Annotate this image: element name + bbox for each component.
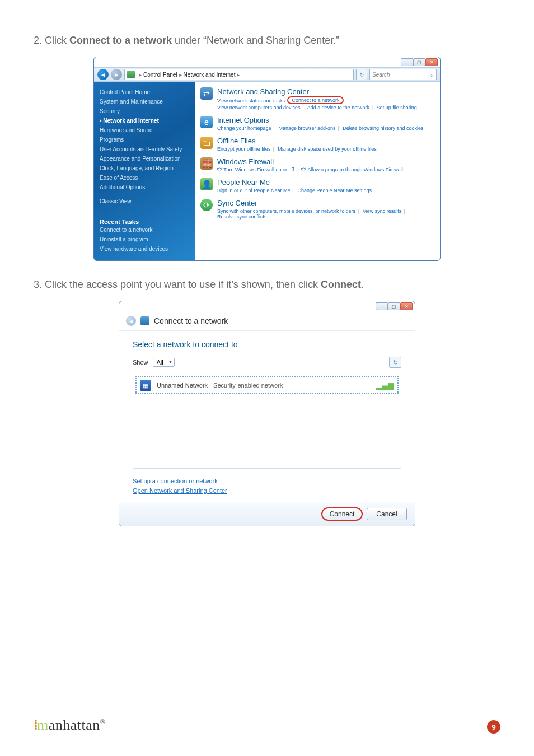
close-button[interactable]: ✕ — [400, 302, 413, 310]
cat-firewall-title[interactable]: Windows Firewall — [217, 157, 403, 166]
cat-sync-title[interactable]: Sync Center — [217, 199, 407, 207]
internet-options-icon: e — [200, 116, 213, 128]
network-description: Security-enabled network — [213, 382, 371, 389]
forward-button[interactable]: ► — [111, 69, 122, 80]
link-fw-allow[interactable]: 🛡 Allow a program through Windows Firewa… — [301, 167, 403, 172]
show-select[interactable]: All — [153, 358, 175, 367]
link-file-sharing[interactable]: Set up file sharing — [377, 105, 417, 110]
back-icon[interactable]: ◄ — [126, 316, 136, 326]
network-icon — [127, 71, 135, 78]
network-row-selected[interactable]: ▦ Unnamed Network Security-enabled netwo… — [135, 376, 399, 394]
address-row: ◄ ► ▸ Control Panel ▸ Network and Intern… — [94, 67, 440, 82]
link-view-computers[interactable]: View network computers and devices — [217, 105, 300, 110]
link-diskspace[interactable]: Manage disk space used by your offline f… — [278, 146, 376, 152]
cat-internet-title[interactable]: Internet Options — [217, 116, 423, 124]
step-3-text: 3. Click the access point you want to us… — [34, 278, 500, 292]
link-homepage[interactable]: Change your homepage — [217, 125, 271, 131]
maximize-button[interactable]: ▢ — [388, 302, 400, 310]
dialog-header: ◄ Connect to a network — [119, 311, 415, 331]
sidebar-item-security[interactable]: Security — [100, 106, 190, 116]
minimize-button[interactable]: — — [376, 302, 388, 310]
page-footer: ⁞manhattan® 9 — [34, 716, 500, 734]
breadcrumb-root[interactable]: Control Panel — [143, 72, 177, 78]
network-icon — [140, 316, 149, 325]
minimize-button[interactable]: — — [401, 58, 413, 66]
refresh-button[interactable]: ↻ — [389, 357, 401, 368]
maximize-button[interactable]: ▢ — [413, 58, 425, 66]
dialog-titlebar: — ▢ ✕ — [119, 301, 415, 311]
connect-network-window: — ▢ ✕ ◄ Connect to a network Select a ne… — [119, 301, 415, 526]
cat-network-title[interactable]: Network and Sharing Center — [217, 87, 417, 96]
refresh-button[interactable]: ↻ — [356, 69, 367, 80]
link-delete-history[interactable]: Delete browsing history and cookies — [343, 125, 423, 131]
signal-icon: ▂▄▆ — [376, 381, 394, 390]
dialog-subtitle: Select a network to connect to — [133, 340, 401, 349]
show-label: Show — [133, 359, 148, 366]
link-sync-devices[interactable]: Sync with other computers, mobile device… — [217, 208, 355, 214]
network-name: Unnamed Network — [157, 382, 208, 389]
dialog-footer: Connect Cancel — [119, 502, 415, 526]
main-content: ⇄ Network and Sharing Center View networ… — [195, 82, 440, 260]
recent-uninstall[interactable]: Uninstall a program — [100, 235, 190, 244]
sync-center-icon: ⟳ — [200, 199, 213, 211]
search-icon: ⌕ — [430, 72, 434, 78]
network-sharing-icon: ⇄ — [200, 87, 213, 100]
brand-logo: ⁞manhattan® — [34, 716, 105, 734]
link-addons[interactable]: Manage browser add-ons — [278, 125, 335, 131]
sidebar-item-home[interactable]: Control Panel Home — [100, 87, 190, 97]
sidebar-item-system[interactable]: System and Maintenance — [100, 97, 190, 106]
window-titlebar: — ▢ ✕ — [94, 57, 440, 67]
link-ppl-settings[interactable]: Change People Near Me settings — [297, 188, 372, 193]
control-panel-window: — ▢ ✕ ◄ ► ▸ Control Panel ▸ Network and … — [93, 57, 441, 261]
link-open-sharing-center[interactable]: Open Network and Sharing Center — [133, 486, 401, 496]
offline-files-icon: 🗀 — [200, 137, 213, 149]
sidebar-item-hardware[interactable]: Hardware and Sound — [100, 125, 190, 135]
network-type-icon: ▦ — [140, 380, 151, 391]
step-2-text: 2. Click Connect to a network under “Net… — [34, 34, 500, 48]
firewall-icon: 🧱 — [200, 157, 213, 170]
sidebar-item-network[interactable]: Network and Internet — [100, 116, 190, 125]
sidebar-item-users[interactable]: User Accounts and Family Safety — [100, 144, 190, 154]
sidebar-item-clock[interactable]: Clock, Language, and Region — [100, 164, 190, 173]
address-bar[interactable]: ▸ Control Panel ▸ Network and Internet ▸ — [124, 69, 354, 80]
cancel-button[interactable]: Cancel — [367, 508, 407, 520]
back-button[interactable]: ◄ — [97, 69, 109, 80]
recent-hardware[interactable]: View hardware and devices — [100, 244, 190, 254]
link-add-device[interactable]: Add a device to the network — [307, 105, 369, 110]
recent-tasks-heading: Recent Tasks — [100, 218, 190, 225]
recent-connect[interactable]: Connect to a network — [100, 225, 190, 235]
people-near-me-icon: 👤 — [200, 178, 213, 190]
link-setup-connection[interactable]: Set up a connection or network — [133, 477, 401, 486]
sidebar-item-classic[interactable]: Classic View — [100, 197, 190, 206]
close-button[interactable]: ✕ — [425, 58, 438, 66]
sidebar: Control Panel Home System and Maintenanc… — [94, 82, 195, 260]
sidebar-item-ease[interactable]: Ease of Access — [100, 173, 190, 183]
link-fw-toggle[interactable]: 🛡 Turn Windows Firewall on or off — [217, 167, 294, 172]
highlight-connect-network[interactable]: Connect to a network — [287, 96, 344, 104]
link-view-status[interactable]: View network status and tasks — [217, 98, 285, 104]
cat-offline-title[interactable]: Offline Files — [217, 137, 377, 145]
network-list: ▦ Unnamed Network Security-enabled netwo… — [133, 374, 401, 469]
breadcrumb-sub[interactable]: Network and Internet — [184, 72, 236, 78]
search-input[interactable]: Search⌕ — [369, 69, 437, 80]
page-number: 9 — [487, 720, 500, 734]
cat-people-title[interactable]: People Near Me — [217, 178, 372, 186]
link-ppl-sign[interactable]: Sign in or out of People Near Me — [217, 188, 291, 193]
link-sync-results[interactable]: View sync results — [363, 208, 401, 214]
sidebar-item-programs[interactable]: Programs — [100, 135, 190, 144]
sidebar-item-appearance[interactable]: Appearance and Personalization — [100, 154, 190, 164]
link-sync-conflicts[interactable]: Resolve sync conflicts — [217, 214, 267, 220]
sidebar-item-additional[interactable]: Additional Options — [100, 183, 190, 192]
connect-button[interactable]: Connect — [322, 508, 362, 520]
link-encrypt[interactable]: Encrypt your offline files — [217, 146, 270, 152]
dialog-title: Connect to a network — [154, 316, 228, 325]
